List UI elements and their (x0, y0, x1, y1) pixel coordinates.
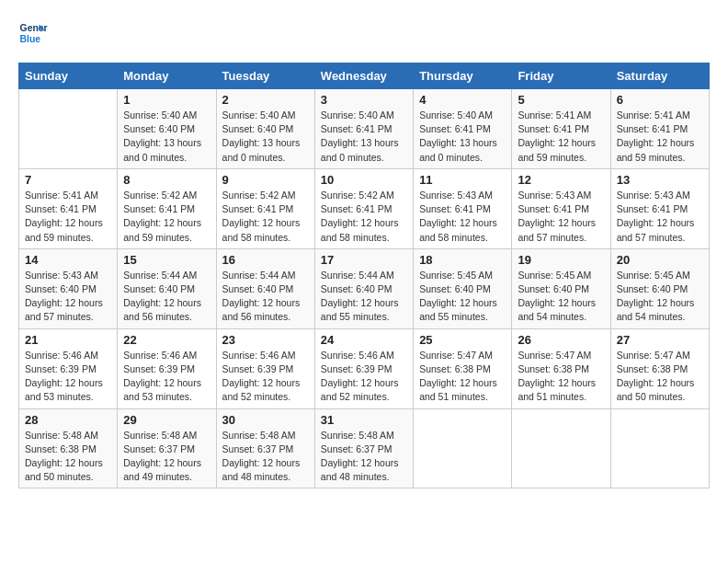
day-detail: Sunrise: 5:41 AMSunset: 6:41 PMDaylight:… (25, 189, 111, 245)
day-cell: 17Sunrise: 5:44 AMSunset: 6:40 PMDayligh… (314, 248, 413, 328)
day-detail: Sunrise: 5:48 AMSunset: 6:37 PMDaylight:… (321, 429, 407, 485)
col-header-thursday: Thursday (414, 63, 512, 89)
page-header: General Blue (18, 18, 710, 48)
day-number: 18 (419, 253, 506, 267)
day-detail: Sunrise: 5:40 AMSunset: 6:41 PMDaylight:… (419, 109, 506, 165)
day-number: 14 (25, 253, 111, 267)
day-detail: Sunrise: 5:46 AMSunset: 6:39 PMDaylight:… (25, 349, 111, 405)
day-number: 20 (617, 253, 703, 267)
day-detail: Sunrise: 5:43 AMSunset: 6:41 PMDaylight:… (518, 189, 604, 245)
day-cell (414, 408, 512, 488)
day-cell: 2Sunrise: 5:40 AMSunset: 6:40 PMDaylight… (216, 89, 314, 169)
day-cell: 21Sunrise: 5:46 AMSunset: 6:39 PMDayligh… (19, 328, 118, 408)
day-detail: Sunrise: 5:47 AMSunset: 6:38 PMDaylight:… (419, 349, 506, 405)
logo-icon: General Blue (18, 18, 48, 48)
week-row-1: 1Sunrise: 5:40 AMSunset: 6:40 PMDaylight… (19, 89, 710, 169)
day-cell: 1Sunrise: 5:40 AMSunset: 6:40 PMDaylight… (118, 89, 216, 169)
day-cell: 28Sunrise: 5:48 AMSunset: 6:38 PMDayligh… (19, 408, 118, 488)
week-row-2: 7Sunrise: 5:41 AMSunset: 6:41 PMDaylight… (19, 168, 710, 248)
logo: General Blue (18, 18, 51, 48)
day-number: 24 (321, 333, 407, 347)
day-cell: 9Sunrise: 5:42 AMSunset: 6:41 PMDaylight… (216, 168, 314, 248)
day-cell: 10Sunrise: 5:42 AMSunset: 6:41 PMDayligh… (314, 168, 413, 248)
day-detail: Sunrise: 5:43 AMSunset: 6:40 PMDaylight:… (25, 269, 111, 325)
col-header-sunday: Sunday (19, 63, 118, 89)
day-cell (19, 89, 118, 169)
day-detail: Sunrise: 5:40 AMSunset: 6:40 PMDaylight:… (123, 109, 210, 165)
day-number: 11 (419, 173, 506, 187)
day-cell (512, 408, 610, 488)
day-detail: Sunrise: 5:44 AMSunset: 6:40 PMDaylight:… (222, 269, 309, 325)
day-cell: 26Sunrise: 5:47 AMSunset: 6:38 PMDayligh… (512, 328, 610, 408)
day-number: 19 (518, 253, 604, 267)
day-cell: 24Sunrise: 5:46 AMSunset: 6:39 PMDayligh… (314, 328, 413, 408)
day-cell: 25Sunrise: 5:47 AMSunset: 6:38 PMDayligh… (414, 328, 512, 408)
day-cell (610, 408, 709, 488)
day-number: 7 (25, 173, 111, 187)
day-cell: 16Sunrise: 5:44 AMSunset: 6:40 PMDayligh… (216, 248, 314, 328)
week-row-3: 14Sunrise: 5:43 AMSunset: 6:40 PMDayligh… (19, 248, 710, 328)
day-cell: 11Sunrise: 5:43 AMSunset: 6:41 PMDayligh… (414, 168, 512, 248)
day-cell: 15Sunrise: 5:44 AMSunset: 6:40 PMDayligh… (118, 248, 216, 328)
day-detail: Sunrise: 5:43 AMSunset: 6:41 PMDaylight:… (419, 189, 506, 245)
day-cell: 18Sunrise: 5:45 AMSunset: 6:40 PMDayligh… (414, 248, 512, 328)
day-detail: Sunrise: 5:43 AMSunset: 6:41 PMDaylight:… (617, 189, 703, 245)
day-number: 2 (222, 93, 309, 107)
col-header-friday: Friday (512, 63, 610, 89)
day-detail: Sunrise: 5:47 AMSunset: 6:38 PMDaylight:… (518, 349, 604, 405)
day-cell: 3Sunrise: 5:40 AMSunset: 6:41 PMDaylight… (314, 89, 413, 169)
day-number: 5 (518, 93, 604, 107)
day-cell: 20Sunrise: 5:45 AMSunset: 6:40 PMDayligh… (610, 248, 709, 328)
day-number: 31 (321, 413, 407, 427)
day-number: 3 (321, 93, 407, 107)
day-number: 4 (419, 93, 506, 107)
day-detail: Sunrise: 5:40 AMSunset: 6:41 PMDaylight:… (321, 109, 407, 165)
day-number: 29 (123, 413, 210, 427)
week-row-4: 21Sunrise: 5:46 AMSunset: 6:39 PMDayligh… (19, 328, 710, 408)
day-detail: Sunrise: 5:48 AMSunset: 6:37 PMDaylight:… (123, 429, 210, 485)
day-cell: 14Sunrise: 5:43 AMSunset: 6:40 PMDayligh… (19, 248, 118, 328)
day-number: 17 (321, 253, 407, 267)
day-number: 1 (123, 93, 210, 107)
day-detail: Sunrise: 5:46 AMSunset: 6:39 PMDaylight:… (123, 349, 210, 405)
day-number: 13 (617, 173, 703, 187)
day-cell: 22Sunrise: 5:46 AMSunset: 6:39 PMDayligh… (118, 328, 216, 408)
day-detail: Sunrise: 5:41 AMSunset: 6:41 PMDaylight:… (518, 109, 604, 165)
day-detail: Sunrise: 5:47 AMSunset: 6:38 PMDaylight:… (617, 349, 703, 405)
day-detail: Sunrise: 5:42 AMSunset: 6:41 PMDaylight:… (321, 189, 407, 245)
day-number: 16 (222, 253, 309, 267)
day-detail: Sunrise: 5:46 AMSunset: 6:39 PMDaylight:… (222, 349, 309, 405)
day-cell: 30Sunrise: 5:48 AMSunset: 6:37 PMDayligh… (216, 408, 314, 488)
day-cell: 7Sunrise: 5:41 AMSunset: 6:41 PMDaylight… (19, 168, 118, 248)
day-cell: 4Sunrise: 5:40 AMSunset: 6:41 PMDaylight… (414, 89, 512, 169)
day-number: 30 (222, 413, 309, 427)
day-number: 12 (518, 173, 604, 187)
day-number: 26 (518, 333, 604, 347)
day-cell: 13Sunrise: 5:43 AMSunset: 6:41 PMDayligh… (610, 168, 709, 248)
col-header-tuesday: Tuesday (216, 63, 314, 89)
day-number: 28 (25, 413, 111, 427)
column-headers: SundayMondayTuesdayWednesdayThursdayFrid… (19, 63, 710, 89)
day-cell: 6Sunrise: 5:41 AMSunset: 6:41 PMDaylight… (610, 89, 709, 169)
day-detail: Sunrise: 5:45 AMSunset: 6:40 PMDaylight:… (419, 269, 506, 325)
day-cell: 5Sunrise: 5:41 AMSunset: 6:41 PMDaylight… (512, 89, 610, 169)
day-number: 27 (617, 333, 703, 347)
day-cell: 31Sunrise: 5:48 AMSunset: 6:37 PMDayligh… (314, 408, 413, 488)
day-detail: Sunrise: 5:45 AMSunset: 6:40 PMDaylight:… (518, 269, 604, 325)
day-detail: Sunrise: 5:42 AMSunset: 6:41 PMDaylight:… (222, 189, 309, 245)
calendar-table: SundayMondayTuesdayWednesdayThursdayFrid… (18, 63, 710, 488)
day-cell: 19Sunrise: 5:45 AMSunset: 6:40 PMDayligh… (512, 248, 610, 328)
day-detail: Sunrise: 5:48 AMSunset: 6:37 PMDaylight:… (222, 429, 309, 485)
day-detail: Sunrise: 5:46 AMSunset: 6:39 PMDaylight:… (321, 349, 407, 405)
day-number: 23 (222, 333, 309, 347)
day-detail: Sunrise: 5:42 AMSunset: 6:41 PMDaylight:… (123, 189, 210, 245)
day-detail: Sunrise: 5:40 AMSunset: 6:40 PMDaylight:… (222, 109, 309, 165)
day-number: 10 (321, 173, 407, 187)
day-number: 15 (123, 253, 210, 267)
day-detail: Sunrise: 5:48 AMSunset: 6:38 PMDaylight:… (25, 429, 111, 485)
day-cell: 23Sunrise: 5:46 AMSunset: 6:39 PMDayligh… (216, 328, 314, 408)
day-number: 8 (123, 173, 210, 187)
day-detail: Sunrise: 5:44 AMSunset: 6:40 PMDaylight:… (321, 269, 407, 325)
day-cell: 12Sunrise: 5:43 AMSunset: 6:41 PMDayligh… (512, 168, 610, 248)
day-number: 21 (25, 333, 111, 347)
